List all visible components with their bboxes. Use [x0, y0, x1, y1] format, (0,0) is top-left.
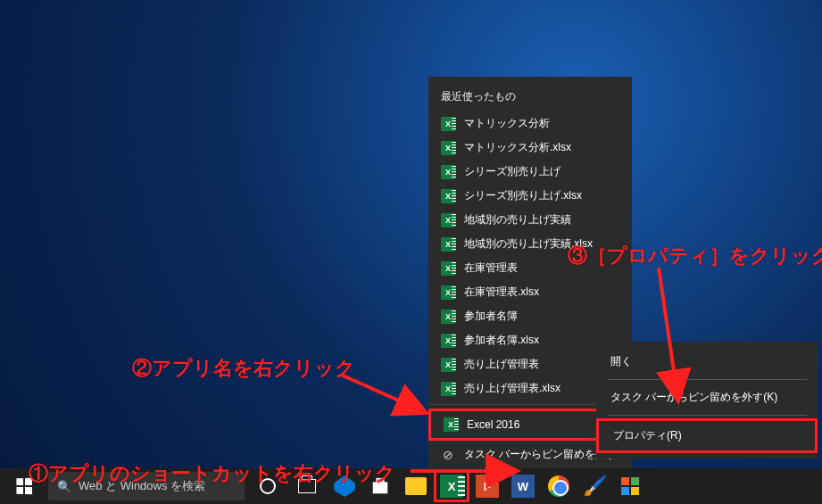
jumplist-app-label: Excel 2016 [467, 418, 519, 431]
recent-item-label: シリーズ別売り上げ [464, 164, 560, 179]
recent-item[interactable]: X シリーズ別売り上げ.xlsx [428, 184, 632, 208]
excel-file-icon: X [441, 213, 455, 227]
recent-item[interactable]: X マトリックス分析.xlsx [428, 136, 632, 160]
recent-item-label: 売り上げ管理表.xlsx [464, 381, 560, 396]
chrome-icon [548, 475, 569, 497]
taskbar-excel[interactable]: X [434, 468, 469, 504]
excel-file-icon: X [441, 237, 455, 252]
recent-item-label: 在庫管理表.xlsx [464, 285, 539, 300]
jumplist-unpin-label: タスク バーからピン留めを外す [464, 447, 617, 462]
submenu-unpin[interactable]: タスク バーからピン留めを外す(K) [596, 383, 818, 412]
context-submenu: 開く タスク バーからピン留めを外す(K) プロパティ(R) [596, 342, 818, 459]
recent-item-label: マトリックス分析.xlsx [464, 140, 571, 155]
divider [607, 415, 807, 416]
taskbar-paint[interactable]: 🖌️ [577, 468, 612, 504]
taskbar-word[interactable]: W [505, 468, 541, 504]
excel-file-icon: X [441, 358, 455, 372]
divider [607, 379, 807, 380]
excel-file-icon: X [441, 189, 455, 203]
taskbar-explorer[interactable] [398, 468, 434, 504]
excel-file-icon: X [441, 285, 455, 300]
recent-item-label: 在庫管理表 [464, 260, 518, 276]
excel-file-icon: X [441, 310, 455, 324]
powerpoint-icon: P [476, 475, 499, 498]
recent-item-label: 地域別の売り上げ実績 [464, 212, 571, 227]
taskbar-chrome[interactable] [541, 468, 577, 504]
taskbar-powerpoint[interactable]: P [469, 468, 505, 504]
brush-icon: 🖌️ [583, 475, 607, 498]
folder-icon [405, 477, 427, 495]
recent-item[interactable]: X マトリックス分析 [428, 112, 632, 136]
excel-icon: X [440, 475, 463, 498]
recent-item[interactable]: X 在庫管理表.xlsx [428, 280, 632, 304]
excel-file-icon: X [441, 382, 455, 396]
submenu-open[interactable]: 開く [596, 347, 818, 376]
recent-item[interactable]: X 地域別の売り上げ実績 [428, 208, 632, 232]
recent-item[interactable]: X シリーズ別売り上げ [428, 160, 632, 184]
callout-3: ③［プロパティ］をクリック [568, 243, 822, 269]
excel-file-icon: X [441, 117, 455, 131]
recent-item-label: 参加者名簿.xlsx [464, 333, 539, 348]
excel-file-icon: X [441, 334, 455, 348]
excel-file-icon: X [441, 141, 455, 155]
recent-item-label: 売り上げ管理表 [464, 357, 539, 372]
callout-2: ②アプリ名を右クリック [132, 355, 355, 382]
word-icon: W [511, 475, 535, 498]
recent-item-label: シリーズ別売り上げ.xlsx [464, 188, 582, 203]
excel-file-icon: X [441, 165, 455, 179]
recent-item[interactable]: X 参加者名簿 [428, 304, 632, 328]
jumplist-header: 最近使ったもの [428, 84, 632, 112]
recent-item-label: 参加者名簿 [464, 309, 518, 324]
submenu-properties[interactable]: プロパティ(R) [596, 418, 818, 453]
excel-file-icon: X [441, 261, 455, 276]
apps-grid-icon [621, 477, 639, 495]
unpin-icon: ⊘ [441, 448, 455, 462]
recent-item-label: マトリックス分析 [464, 116, 550, 131]
excel-app-icon: X [444, 417, 458, 432]
taskbar-all-apps[interactable] [612, 468, 648, 504]
callout-1: ①アプリのショートカットを右クリック [29, 460, 395, 487]
